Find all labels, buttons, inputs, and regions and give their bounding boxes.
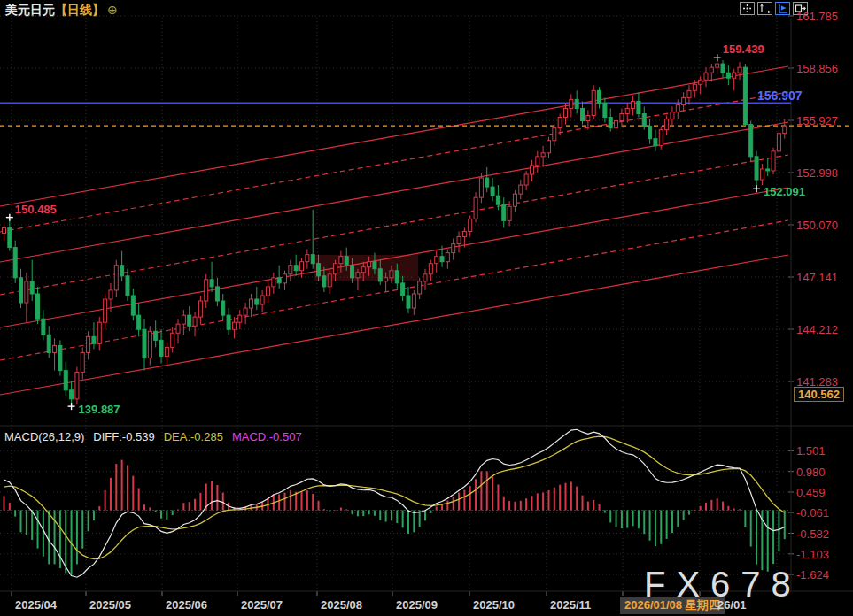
macd-histogram-bar	[599, 504, 601, 511]
macd-axis-label: -1.624	[796, 569, 829, 581]
macd-histogram-bar	[172, 511, 174, 516]
macd-histogram-bar	[143, 504, 145, 510]
macd-histogram-bar	[727, 506, 729, 511]
macd-histogram-bar	[480, 471, 482, 510]
macd-histogram-bar	[508, 501, 510, 510]
macd-histogram-bar	[105, 490, 106, 511]
macd-histogram-bar	[407, 511, 409, 534]
macd-histogram-bar	[323, 509, 325, 510]
macd-histogram-bar	[284, 493, 286, 511]
date-label: 2025/10	[473, 599, 515, 611]
macd-histogram-bar	[138, 488, 140, 510]
macd-histogram-bar	[290, 490, 291, 510]
macd-axis-label: 0.980	[796, 466, 826, 478]
macd-histogram-bar	[182, 503, 184, 510]
macd-histogram-bar	[9, 503, 11, 510]
macd-histogram-bar	[671, 511, 673, 534]
macd-histogram-bar	[127, 466, 128, 511]
macd-histogram-bar	[155, 511, 157, 512]
macd-axis-label: -0.582	[796, 528, 829, 540]
macd-histogram-bar	[413, 511, 415, 533]
swing-low-annotation: 152.091	[764, 186, 805, 197]
macd-histogram-bar	[93, 511, 95, 521]
date-label: 2025/08	[321, 599, 362, 611]
macd-histogram-bar	[391, 511, 392, 521]
macd-histogram-bar	[756, 511, 757, 565]
macd-histogram-bar	[486, 471, 488, 510]
macd-histogram-bar	[710, 500, 712, 511]
macd-histogram-bar	[4, 496, 5, 510]
macd-histogram-bar	[616, 511, 617, 527]
macd-histogram-bar	[643, 511, 645, 535]
macd-histogram-bar	[626, 511, 628, 528]
macd-histogram-bar	[385, 511, 387, 522]
macd-histogram-bar	[160, 511, 162, 519]
macd-histogram-bar	[767, 511, 769, 572]
macd-histogram-bar	[537, 493, 539, 510]
macd-histogram-bar	[88, 511, 89, 532]
macd-histogram-bar	[329, 511, 330, 512]
macd-histogram-bar	[278, 494, 280, 510]
macd-histogram-bar	[402, 511, 404, 528]
macd-histogram-bar	[436, 506, 438, 510]
macd-histogram-bar	[345, 509, 347, 510]
macd-histogram-bar	[301, 491, 303, 510]
price-axis-label: 150.070	[796, 219, 838, 231]
macd-histogram-bar	[554, 488, 555, 511]
macd-histogram-bar	[593, 500, 594, 511]
macd-histogram-bar	[784, 511, 786, 540]
macd-histogram-bar	[199, 493, 201, 511]
macd-histogram-bar	[621, 511, 623, 529]
macd-histogram-bar	[216, 485, 218, 511]
macd-histogram-bar	[744, 511, 746, 527]
chart-canvas[interactable]	[0, 0, 853, 616]
macd-histogram-bar	[582, 496, 584, 511]
macd-histogram-bar	[677, 511, 679, 527]
macd-histogram-bar	[177, 510, 179, 511]
macd-histogram-bar	[503, 497, 505, 511]
price-axis-label: 152.998	[796, 167, 838, 179]
macd-histogram-bar	[318, 501, 320, 511]
macd-histogram-bar	[632, 511, 634, 527]
macd-diff-value: DIFF:-0.539	[93, 430, 154, 443]
macd-histogram-bar	[649, 511, 651, 541]
macd-histogram-bar	[717, 498, 718, 510]
macd-histogram-bar	[655, 511, 656, 547]
macd-histogram-bar	[446, 501, 448, 511]
macd-histogram-bar	[694, 510, 695, 511]
macd-histogram-bar	[587, 502, 589, 511]
swing-high-annotation: 150.485	[15, 204, 57, 215]
macd-histogram-bar	[424, 511, 426, 521]
macd-histogram-bar	[189, 502, 190, 510]
macd-histogram-bar	[76, 511, 78, 565]
macd-histogram-bar	[396, 511, 398, 523]
macd-histogram-bar	[374, 511, 376, 516]
macd-histogram-bar	[733, 508, 735, 510]
date-label: 2025/11	[550, 599, 591, 611]
macd-histogram-bar	[357, 511, 359, 517]
macd-histogram-bar	[379, 511, 381, 520]
macd-histogram-bar	[362, 511, 364, 517]
macd-histogram-bar	[570, 481, 572, 510]
channel-line-solid	[0, 66, 788, 206]
channel-line-solid	[0, 122, 788, 262]
price-axis-label: 158.856	[796, 63, 838, 74]
macd-histogram-bar	[604, 511, 606, 513]
macd-histogram-bar	[458, 493, 460, 511]
price-axis-label: 155.927	[796, 115, 838, 127]
macd-histogram-bar	[37, 511, 39, 549]
macd-histogram-bar	[54, 511, 56, 565]
macd-histogram-bar	[211, 481, 213, 511]
date-label: 2025/04	[15, 599, 57, 611]
macd-readout: MACD(26,12,9)DIFF:-0.539DEA:-0.285MACD:-…	[4, 430, 311, 443]
swing-low-annotation: 139.887	[79, 404, 120, 415]
macd-histogram-bar	[194, 499, 196, 511]
macd-histogram-bar	[65, 511, 66, 574]
macd-histogram-bar	[110, 478, 112, 511]
blue-level-label: 156.907	[757, 89, 803, 102]
macd-histogram-bar	[520, 501, 522, 511]
macd-histogram-bar	[660, 511, 662, 544]
macd-dea-value: DEA:-0.285	[164, 430, 223, 443]
macd-histogram-bar	[475, 479, 477, 510]
macd-histogram-bar	[81, 511, 83, 549]
